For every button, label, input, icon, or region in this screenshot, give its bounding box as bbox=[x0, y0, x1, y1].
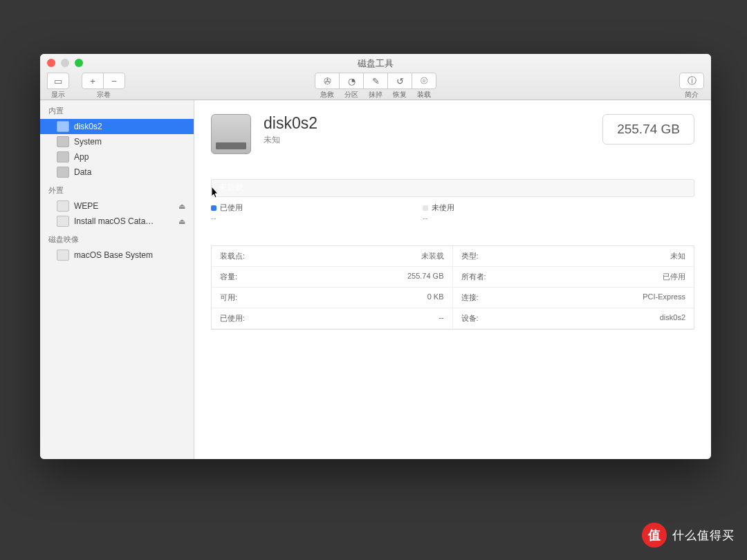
info-capacity: 容量:255.74 GB bbox=[212, 267, 453, 288]
cursor-icon bbox=[212, 187, 220, 199]
usage-bar: 未装载 bbox=[211, 179, 694, 197]
disk-icon bbox=[57, 136, 69, 147]
usage-bar-label: 未装载 bbox=[219, 182, 243, 194]
toolbar-info-button[interactable]: ⓘ简介 bbox=[679, 73, 704, 100]
info-mountpoint: 装载点:未装载 bbox=[212, 246, 453, 267]
info-available: 可用:0 KB bbox=[212, 288, 453, 308]
external-disk-icon bbox=[57, 200, 69, 212]
disk-icon bbox=[57, 151, 69, 162]
usage-legend: 已使用-- 未使用-- bbox=[211, 203, 694, 222]
toolbar-erase-button[interactable]: ✎抹掉 bbox=[363, 73, 388, 100]
watermark-text: 什么值得买 bbox=[672, 528, 735, 543]
sidebar-item-data[interactable]: Data bbox=[40, 165, 194, 180]
sidebar-section-internal: 内置 bbox=[40, 100, 194, 119]
sidebar-item-install-catalina[interactable]: Install macOS Cata…⏏ bbox=[40, 214, 194, 229]
info-icon: ⓘ bbox=[679, 73, 704, 89]
legend-free: 未使用-- bbox=[423, 203, 454, 222]
sidebar-item-disk0s2[interactable]: disk0s2 bbox=[40, 119, 194, 134]
main-pane: disk0s2 未知 255.74 GB 未装载 已使用-- 未使用-- 装载点… bbox=[194, 100, 711, 459]
disk-icon bbox=[57, 167, 69, 178]
body: 内置 disk0s2 System App Data 外置 WEPE⏏ Inst… bbox=[40, 100, 711, 459]
diskimage-icon bbox=[57, 250, 69, 261]
toolbar-mount-button[interactable]: ⦾装载 bbox=[412, 73, 436, 100]
restore-icon: ↺ bbox=[387, 73, 412, 89]
window-title: 磁盘工具 bbox=[40, 57, 711, 70]
external-disk-icon bbox=[57, 216, 69, 227]
toolbar-right: ⓘ简介 bbox=[679, 73, 704, 100]
hdd-icon bbox=[211, 114, 251, 154]
legend-dot-used bbox=[211, 205, 216, 211]
volume-subtitle: 未知 bbox=[264, 134, 317, 146]
disk-icon bbox=[57, 121, 69, 132]
watermark-badge: 值 bbox=[642, 523, 667, 548]
info-used: 已使用:-- bbox=[212, 308, 453, 329]
titlebar: 磁盘工具 ▭ 显示 + − 宗卷 ✇急救 ◔分区 ✎抹掉 ↺恢复 ⦾装载 ⓘ简介 bbox=[40, 54, 711, 100]
sidebar-item-system[interactable]: System bbox=[40, 134, 194, 149]
firstaid-icon: ✇ bbox=[315, 73, 340, 89]
sidebar-section-diskimage: 磁盘映像 bbox=[40, 229, 194, 248]
info-type: 类型:未知 bbox=[453, 246, 694, 267]
sidebar-section-external: 外置 bbox=[40, 180, 194, 198]
mount-icon: ⦾ bbox=[412, 73, 436, 89]
disk-utility-window: 磁盘工具 ▭ 显示 + − 宗卷 ✇急救 ◔分区 ✎抹掉 ↺恢复 ⦾装载 ⓘ简介 bbox=[40, 54, 711, 459]
watermark: 值 什么值得买 bbox=[642, 523, 735, 548]
toolbar-partition-button[interactable]: ◔分区 bbox=[339, 73, 364, 100]
eject-icon[interactable]: ⏏ bbox=[178, 217, 185, 226]
erase-icon: ✎ bbox=[363, 73, 388, 89]
legend-dot-free bbox=[423, 205, 428, 211]
volume-size: 255.74 GB bbox=[602, 114, 694, 144]
info-owner: 所有者:已停用 bbox=[453, 267, 694, 288]
eject-icon[interactable]: ⏏ bbox=[178, 202, 185, 211]
sidebar-item-basesystem[interactable]: macOS Base System bbox=[40, 248, 194, 263]
legend-used: 已使用-- bbox=[211, 203, 243, 222]
toolbar-firstaid-button[interactable]: ✇急救 bbox=[315, 73, 340, 100]
partition-icon: ◔ bbox=[339, 73, 364, 89]
info-device: 设备:disk0s2 bbox=[453, 308, 694, 329]
volume-header: disk0s2 未知 255.74 GB bbox=[211, 114, 694, 154]
sidebar-item-app[interactable]: App bbox=[40, 149, 194, 165]
sidebar: 内置 disk0s2 System App Data 外置 WEPE⏏ Inst… bbox=[40, 100, 194, 459]
toolbar-restore-button[interactable]: ↺恢复 bbox=[387, 73, 412, 100]
toolbar-center: ✇急救 ◔分区 ✎抹掉 ↺恢复 ⦾装载 bbox=[40, 73, 711, 100]
volume-name: disk0s2 bbox=[264, 114, 317, 133]
sidebar-item-wepe[interactable]: WEPE⏏ bbox=[40, 198, 194, 214]
info-connection: 连接:PCI-Express bbox=[453, 288, 694, 308]
info-table: 装载点:未装载 类型:未知 容量:255.74 GB 所有者:已停用 可用:0 … bbox=[211, 245, 694, 330]
